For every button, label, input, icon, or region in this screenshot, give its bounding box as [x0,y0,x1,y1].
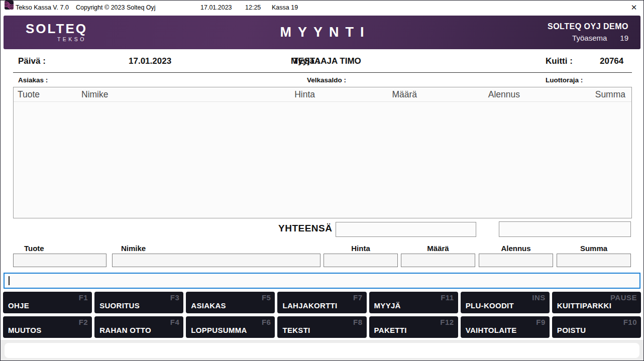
receipt-items-table: Tuote Nimike Hinta Määrä Alennus Summa [13,87,632,218]
function-key-button[interactable]: F3 SUORITUS [94,292,183,313]
function-key-label: KUITTIPARKKI [557,301,611,310]
app-icon [5,1,14,10]
window-title: Tekso Kassa V. 7.0 [16,1,69,15]
function-key-label: LOPPUSUMMA [191,326,247,334]
function-key-button[interactable]: PAUSE KUITTIPARKKI [552,292,641,313]
secondary-total-field [499,221,631,237]
brand-header: SOLTEQ TEKSO MYYNTI SOLTEQ OYJ DEMO Työa… [4,16,640,49]
entry-label-maara: Määrä [401,244,475,253]
function-key-row-1: F1 OHJE F3 SUORITUS F5 ASIAKAS F7 LAHJAK… [3,292,641,313]
nimike-input[interactable] [112,254,320,267]
column-header-hinta: Hinta [294,89,315,100]
function-key-shortcut: F5 [262,293,271,302]
function-key-shortcut: F12 [440,318,454,326]
function-key-shortcut: PAUSE [610,293,637,302]
close-icon[interactable]: ✕ [626,1,641,15]
column-header-maara: Määrä [392,89,417,100]
entry-label-nimike: Nimike [121,244,146,253]
credit-limit-label: Luottoraja : [546,76,583,84]
function-key-button[interactable]: F12 PAKETTI [369,316,458,338]
customer-label: Asiakas : [18,76,48,84]
function-key-button[interactable]: F1 OHJE [3,292,92,313]
column-header-summa: Summa [595,89,625,100]
entry-label-tuote: Tuote [24,244,44,253]
function-key-label: PLU-KOODIT [466,301,514,310]
entry-label-hinta: Hinta [324,244,398,253]
function-key-label: ASIAKAS [191,301,226,310]
function-key-shortcut: INS [532,293,546,302]
function-key-shortcut: F10 [623,318,637,326]
titlebar-register: Kassa 19 [272,1,298,15]
screen-title: MYYNTI [4,25,640,40]
pos-window: Tekso Kassa V. 7.0 Copyright © 2023 Solt… [0,0,644,361]
column-header-nimike: Nimike [81,89,108,100]
function-key-button[interactable]: F5 ASIAKAS [186,292,275,313]
summa-input[interactable] [557,254,631,267]
bottom-band [1,340,643,360]
tuote-input[interactable] [13,254,106,267]
total-amount-field [336,222,476,237]
copyright-text: Copyright © 2023 Solteq Oyj [76,1,156,15]
function-key-label: PAKETTI [374,326,407,334]
function-key-button[interactable]: F4 RAHAN OTTO [94,316,183,338]
debt-balance-label: Velkasaldo : [307,76,346,84]
alennus-input[interactable] [479,254,553,267]
function-key-shortcut: F4 [170,318,180,326]
command-input[interactable] [4,273,640,289]
workstation-label: Työasema [572,34,607,42]
date-label: Päivä : [18,56,46,66]
seller-value: TESTAAJA TIMO [293,56,361,66]
function-key-button[interactable]: F7 LAHJAKORTTI [277,292,366,313]
function-key-row-2: F2 MUUTOS F4 RAHAN OTTO F6 LOPPUSUMMA F8… [3,316,641,338]
items-table-header: Tuote Nimike Hinta Määrä Alennus Summa [14,87,631,102]
function-key-shortcut: F8 [353,318,363,326]
function-key-shortcut: F11 [441,293,454,302]
function-key-label: TEKSTI [282,326,310,334]
function-key-label: VAIHTOLAITE [466,326,517,334]
maara-input[interactable] [401,254,475,267]
function-key-button[interactable]: F6 LOPPUSUMMA [186,316,275,338]
workstation-value: 19 [620,34,628,42]
seller-line: Myyjä : TESTAAJA TIMO [291,56,293,66]
function-key-shortcut: F3 [170,293,180,302]
hinta-input[interactable] [324,254,398,267]
message-strip [5,343,639,358]
function-key-label: RAHAN OTTO [99,326,151,334]
function-key-button[interactable]: F9 VAIHTOLAITE [461,316,550,338]
entry-label-alennus: Alennus [479,244,553,253]
function-key-shortcut: F9 [536,318,546,326]
function-key-label: SUORITUS [99,301,140,310]
titlebar-date: 17.01.2023 [200,1,232,15]
titlebar-time: 12:25 [245,1,261,15]
function-key-shortcut: F1 [79,293,88,302]
title-bar: Tekso Kassa V. 7.0 Copyright © 2023 Solt… [1,1,643,15]
column-header-alennus: Alennus [488,89,520,100]
function-key-button[interactable]: F11 MYYJÄ [369,292,458,313]
store-block: SOLTEQ OYJ DEMO Työasema19 [548,22,628,42]
function-key-shortcut: F6 [262,318,271,326]
function-key-shortcut: F2 [79,318,88,326]
workstation-line: Työasema19 [548,34,628,42]
receipt-number: 20764 [600,56,623,66]
function-key-label: MUUTOS [8,326,42,334]
function-key-label: POISTU [557,326,586,334]
date-value: 17.01.2023 [129,56,171,66]
total-label: YHTEENSÄ [278,223,332,234]
function-key-button[interactable]: F8 TEKSTI [277,316,366,338]
column-header-tuote: Tuote [18,89,40,100]
function-key-label: LAHJAKORTTI [282,301,337,310]
divider-line [13,72,632,73]
function-key-button[interactable]: F10 POISTU [552,316,641,338]
function-key-label: OHJE [8,301,29,310]
function-key-shortcut: F7 [353,293,363,302]
entry-label-summa: Summa [557,244,631,253]
text-caret [9,276,10,285]
function-key-button[interactable]: F2 MUUTOS [3,316,92,338]
receipt-label: Kuitti : [546,56,573,66]
function-key-label: MYYJÄ [374,301,401,310]
store-name: SOLTEQ OYJ DEMO [548,22,628,31]
function-key-button[interactable]: INS PLU-KOODIT [461,292,550,313]
